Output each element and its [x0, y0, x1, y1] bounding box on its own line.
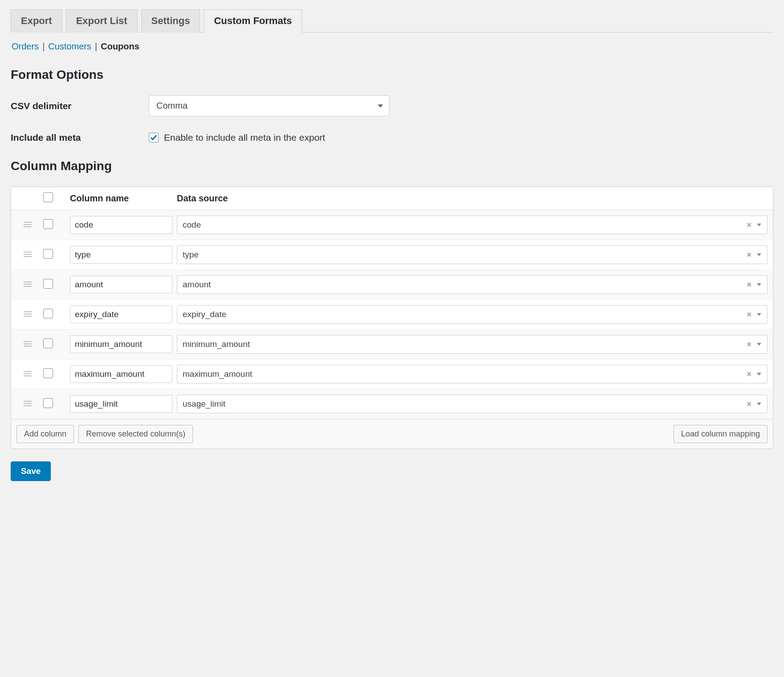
table-row: type × — [11, 240, 773, 270]
column-name-header: Column name — [70, 193, 172, 204]
drag-handle-icon[interactable] — [16, 220, 39, 230]
row-checkbox[interactable] — [43, 368, 53, 378]
clear-icon[interactable]: × — [747, 220, 751, 230]
data-source-select[interactable]: code × — [177, 216, 768, 234]
format-options-heading: Format Options — [11, 68, 773, 82]
data-source-value: expiry_date — [177, 305, 768, 324]
column-mapping-heading: Column Mapping — [11, 159, 773, 173]
clear-icon[interactable]: × — [747, 250, 751, 260]
drag-handle-icon[interactable] — [16, 310, 39, 320]
clear-icon[interactable]: × — [747, 400, 751, 409]
data-source-value: type — [177, 245, 768, 264]
clear-icon[interactable]: × — [747, 340, 751, 349]
row-checkbox[interactable] — [43, 338, 53, 348]
drag-handle-icon[interactable] — [16, 339, 39, 350]
chevron-down-icon — [757, 224, 761, 226]
chevron-down-icon — [378, 104, 383, 107]
chevron-down-icon — [757, 403, 761, 405]
data-source-value: usage_limit — [177, 395, 768, 413]
row-checkbox[interactable] — [43, 219, 53, 229]
table-row: amount × — [11, 270, 773, 300]
data-source-select[interactable]: amount × — [177, 275, 768, 294]
chevron-down-icon — [757, 313, 761, 316]
column-mapping-table: Column name Data source code × type × — [11, 187, 773, 449]
clear-icon[interactable]: × — [747, 310, 751, 319]
table-row: usage_limit × — [11, 389, 773, 419]
row-checkbox[interactable] — [43, 249, 53, 259]
drag-handle-icon[interactable] — [16, 369, 39, 379]
column-name-input[interactable] — [70, 216, 172, 234]
data-source-select[interactable]: minimum_amount × — [177, 335, 768, 354]
chevron-down-icon — [757, 253, 761, 256]
include-meta-checkbox[interactable] — [149, 133, 159, 143]
column-name-input[interactable] — [70, 276, 172, 294]
csv-delimiter-select[interactable]: Comma — [149, 95, 389, 116]
include-meta-option-label: Enable to include all meta in the export — [164, 132, 325, 143]
chevron-down-icon — [757, 283, 761, 286]
clear-icon[interactable]: × — [747, 370, 751, 379]
clear-icon[interactable]: × — [747, 280, 751, 290]
select-all-checkbox[interactable] — [43, 192, 53, 202]
table-row: expiry_date × — [11, 300, 773, 330]
data-source-value: amount — [177, 275, 768, 294]
column-name-input[interactable] — [70, 335, 172, 353]
chevron-down-icon — [757, 343, 761, 346]
table-row: code × — [11, 210, 773, 240]
load-mapping-button[interactable]: Load column mapping — [674, 425, 768, 443]
include-meta-label: Include all meta — [11, 132, 149, 143]
csv-delimiter-value: Comma — [149, 95, 389, 116]
data-source-value: code — [177, 216, 768, 234]
row-checkbox[interactable] — [43, 398, 53, 408]
remove-selected-button[interactable]: Remove selected column(s) — [78, 425, 193, 443]
column-name-input[interactable] — [70, 365, 172, 383]
column-name-input[interactable] — [70, 306, 172, 323]
table-row: minimum_amount × — [11, 330, 773, 359]
data-source-value: maximum_amount — [177, 365, 768, 383]
column-name-input[interactable] — [70, 395, 172, 413]
drag-handle-icon[interactable] — [16, 250, 39, 260]
data-source-select[interactable]: maximum_amount × — [177, 365, 768, 383]
data-source-select[interactable]: type × — [177, 245, 768, 264]
subnav-separator: | — [42, 41, 45, 52]
row-checkbox[interactable] — [43, 279, 53, 289]
data-source-header: Data source — [177, 193, 768, 204]
tab-settings[interactable]: Settings — [141, 9, 200, 33]
tab-custom-formats[interactable]: Custom Formats — [204, 9, 302, 33]
add-column-button[interactable]: Add column — [16, 425, 74, 443]
save-button[interactable]: Save — [11, 461, 51, 481]
csv-delimiter-label: CSV delimiter — [11, 101, 149, 111]
drag-handle-icon[interactable] — [16, 399, 39, 409]
table-row: maximum_amount × — [11, 359, 773, 389]
column-name-input[interactable] — [70, 246, 172, 264]
data-source-select[interactable]: expiry_date × — [177, 305, 768, 324]
tab-export-list[interactable]: Export List — [66, 9, 138, 33]
subnav-customers[interactable]: Customers — [48, 41, 91, 52]
subnav-separator: | — [95, 41, 97, 52]
main-tabs: Export Export List Settings Custom Forma… — [11, 0, 773, 33]
data-source-select[interactable]: usage_limit × — [177, 395, 768, 413]
tab-export[interactable]: Export — [11, 9, 62, 33]
data-source-value: minimum_amount — [177, 335, 768, 354]
subnav-coupons: Coupons — [101, 41, 139, 52]
sub-nav: Orders | Customers | Coupons — [11, 33, 773, 56]
subnav-orders[interactable]: Orders — [12, 41, 39, 52]
drag-handle-icon[interactable] — [16, 280, 39, 290]
row-checkbox[interactable] — [43, 309, 53, 318]
chevron-down-icon — [757, 373, 761, 375]
